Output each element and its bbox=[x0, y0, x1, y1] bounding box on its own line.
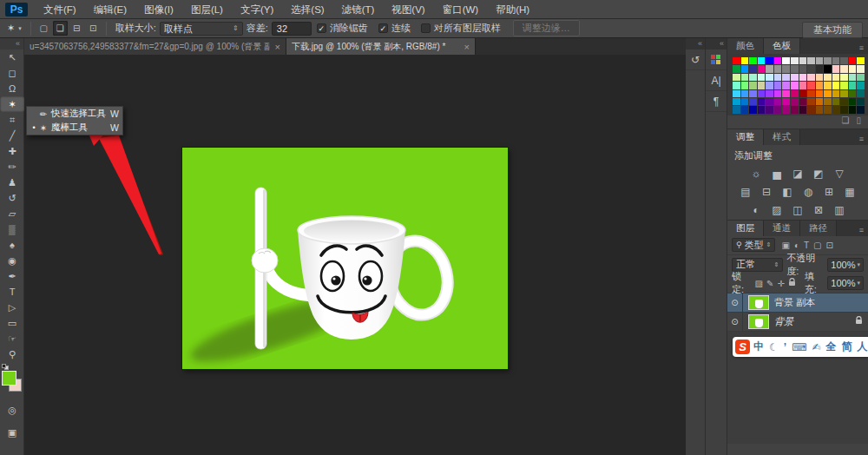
curves-icon[interactable]: ◪ bbox=[791, 168, 806, 181]
refine-edge-button[interactable]: 调整边缘… bbox=[513, 20, 580, 36]
color-swatch[interactable] bbox=[774, 65, 782, 72]
color-swatch[interactable] bbox=[832, 57, 840, 64]
exposure-icon[interactable]: ◩ bbox=[812, 168, 826, 181]
lock-position-icon[interactable]: ✛ bbox=[777, 279, 784, 288]
color-swatch[interactable] bbox=[799, 74, 807, 81]
color-balance-icon[interactable]: ⊟ bbox=[760, 186, 774, 199]
ime-moon-icon[interactable]: ☾ bbox=[769, 341, 779, 353]
color-swatch[interactable] bbox=[741, 90, 749, 97]
pen-tool[interactable]: ✒ bbox=[0, 268, 24, 284]
color-swatch[interactable] bbox=[857, 106, 865, 113]
color-swatch[interactable] bbox=[807, 82, 815, 89]
color-swatch[interactable] bbox=[774, 106, 782, 113]
color-swatch[interactable] bbox=[774, 90, 782, 97]
color-swatch[interactable] bbox=[807, 74, 815, 81]
color-swatch[interactable] bbox=[749, 57, 757, 64]
ime-keyboard-icon[interactable]: ⌨ bbox=[792, 341, 806, 353]
ime-punct-icon[interactable]: ’ bbox=[784, 341, 786, 353]
color-swatch[interactable] bbox=[774, 57, 782, 64]
color-swatch[interactable] bbox=[733, 57, 740, 64]
threshold-icon[interactable]: ◫ bbox=[791, 204, 806, 217]
blur-tool[interactable]: ♠ bbox=[0, 237, 24, 253]
color-swatch[interactable] bbox=[774, 98, 782, 105]
sogou-logo[interactable]: S bbox=[735, 340, 750, 354]
clone-stamp-tool[interactable]: ♟ bbox=[0, 175, 24, 190]
path-selection-tool[interactable]: ▷ bbox=[0, 300, 24, 315]
close-icon[interactable]: × bbox=[275, 42, 280, 52]
color-swatch[interactable] bbox=[733, 98, 740, 105]
tab-layers[interactable]: 图层 bbox=[727, 221, 764, 236]
menu-item-magic-wand-tool[interactable]: • ✶ 魔棒工具 W bbox=[27, 121, 122, 135]
color-swatch[interactable] bbox=[816, 90, 824, 97]
dodge-tool[interactable]: ◉ bbox=[0, 253, 24, 268]
color-swatch[interactable] bbox=[816, 57, 824, 64]
hand-tool[interactable]: ☞ bbox=[0, 331, 24, 346]
levels-icon[interactable]: ▅ bbox=[770, 168, 785, 181]
magic-wand-tool[interactable]: ✶ bbox=[0, 96, 24, 112]
color-swatch[interactable] bbox=[749, 74, 757, 81]
color-swatch[interactable] bbox=[741, 57, 749, 64]
gradient-tool[interactable]: ▒ bbox=[0, 221, 24, 237]
color-swatch[interactable] bbox=[807, 106, 815, 113]
color-swatch[interactable] bbox=[816, 65, 824, 72]
color-swatch[interactable] bbox=[741, 82, 749, 89]
color-swatch[interactable] bbox=[832, 65, 840, 72]
color-swatch[interactable] bbox=[807, 90, 815, 97]
sample-size-select[interactable]: 取样点 ⇕ bbox=[160, 22, 243, 36]
color-swatch[interactable] bbox=[824, 82, 832, 89]
workspace-switcher-button[interactable]: 基本功能 bbox=[802, 22, 863, 38]
move-tool[interactable]: ↖ bbox=[0, 49, 24, 65]
color-swatch[interactable] bbox=[741, 98, 749, 105]
brush-tool[interactable]: ✏ bbox=[0, 159, 24, 175]
color-swatch[interactable] bbox=[849, 74, 857, 81]
color-swatch[interactable] bbox=[758, 74, 766, 81]
vibrance-icon[interactable]: ▽ bbox=[832, 168, 847, 181]
ime-mode-cn[interactable]: 中 bbox=[753, 340, 764, 354]
color-swatch[interactable] bbox=[782, 106, 790, 113]
ime-person-icon[interactable]: 人 bbox=[858, 340, 868, 354]
history-brush-tool[interactable]: ↺ bbox=[0, 190, 24, 206]
selective-color-icon[interactable]: ⊠ bbox=[812, 204, 826, 217]
color-swatch[interactable] bbox=[799, 82, 807, 89]
panel-menu-icon[interactable]: ≡ bbox=[859, 226, 868, 236]
color-swatch[interactable] bbox=[807, 65, 815, 72]
zoom-tool[interactable]: ⚲ bbox=[0, 346, 24, 362]
menu-item[interactable]: 选择(S) bbox=[282, 0, 332, 19]
menu-item[interactable]: 图层(L) bbox=[182, 0, 232, 19]
color-swatch[interactable] bbox=[832, 74, 840, 81]
color-swatch[interactable] bbox=[840, 82, 848, 89]
document-tab-active[interactable]: 下载.jpg @ 100% (背景 副本, RGB/8#) * × bbox=[286, 38, 476, 55]
color-swatch[interactable] bbox=[741, 106, 749, 113]
layer-thumbnail[interactable] bbox=[748, 314, 769, 329]
color-swatch[interactable] bbox=[766, 98, 773, 105]
tolerance-input[interactable]: 32 bbox=[272, 22, 312, 36]
ime-full-label[interactable]: 全 bbox=[826, 340, 837, 354]
color-swatch[interactable] bbox=[799, 98, 807, 105]
color-swatch[interactable] bbox=[791, 74, 799, 81]
visibility-eye-icon[interactable]: ⊙ bbox=[727, 313, 743, 331]
history-panel-icon[interactable]: ↺ bbox=[686, 49, 705, 70]
color-swatch[interactable] bbox=[857, 98, 865, 105]
color-swatch[interactable] bbox=[741, 65, 749, 72]
color-swatch[interactable] bbox=[758, 82, 766, 89]
color-swatch[interactable] bbox=[840, 106, 848, 113]
color-swatch[interactable] bbox=[733, 90, 740, 97]
color-swatch[interactable] bbox=[816, 74, 824, 81]
color-swatch[interactable] bbox=[799, 106, 807, 113]
color-swatch[interactable] bbox=[733, 106, 740, 113]
menu-item[interactable]: 滤镜(T) bbox=[333, 0, 384, 19]
color-swatch[interactable] bbox=[741, 74, 749, 81]
default-colors-icon[interactable] bbox=[2, 364, 10, 370]
menu-item[interactable]: 视图(V) bbox=[383, 0, 433, 19]
color-swatch[interactable] bbox=[758, 90, 766, 97]
ime-pen-icon[interactable]: ✍ bbox=[812, 341, 820, 353]
color-swatch[interactable] bbox=[774, 82, 782, 89]
opacity-input[interactable]: 100% ▾ bbox=[827, 258, 864, 272]
add-selection-icon[interactable]: ❏ bbox=[53, 21, 68, 36]
color-swatch[interactable] bbox=[816, 106, 824, 113]
color-swatch[interactable] bbox=[733, 82, 740, 89]
hue-saturation-icon[interactable]: ▤ bbox=[739, 186, 753, 199]
color-swatch[interactable] bbox=[766, 74, 773, 81]
color-lookup-icon[interactable]: ▦ bbox=[843, 186, 858, 199]
panel-menu-icon[interactable]: ≡ bbox=[859, 135, 868, 145]
